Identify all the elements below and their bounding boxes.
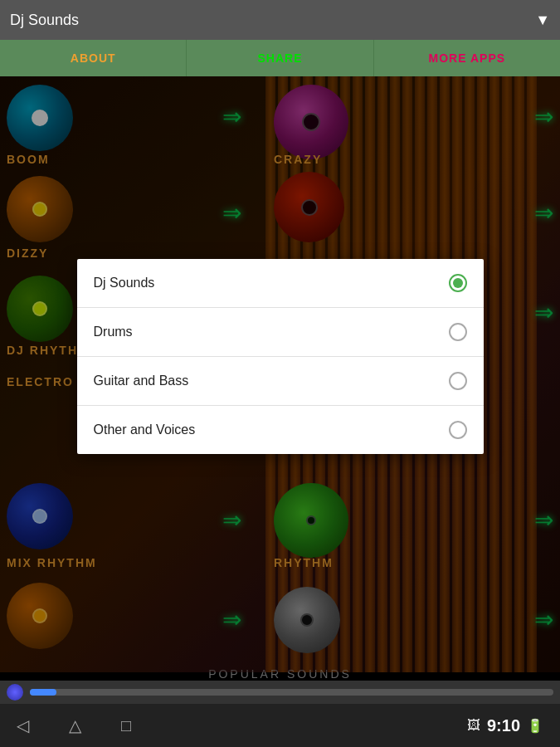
- progress-bar-fill: [30, 689, 56, 696]
- nav-share-label: Share: [257, 51, 302, 65]
- system-clock: 9:10: [487, 716, 520, 735]
- dropdown-item-dj-sounds[interactable]: Dj Sounds: [77, 259, 484, 308]
- radio-button[interactable]: [449, 372, 467, 390]
- dropdown-item-label: Dj Sounds: [94, 276, 155, 290]
- nav-about-label: About: [71, 51, 116, 65]
- home-button[interactable]: △: [69, 715, 81, 735]
- image-icon: 🖼: [467, 718, 480, 733]
- system-nav-bar: ◁ △ □ 🖼 9:10 🔋: [0, 704, 560, 747]
- dropdown-item-label: Guitar and Bass: [94, 374, 189, 388]
- radio-dot: [453, 278, 463, 288]
- nav-more-apps-label: More Apps: [429, 51, 506, 65]
- back-button[interactable]: ◁: [17, 715, 29, 735]
- nav-about[interactable]: About: [0, 40, 187, 76]
- dropdown-arrow-icon[interactable]: ▼: [535, 12, 550, 29]
- recents-button[interactable]: □: [121, 716, 131, 735]
- dropdown-overlay[interactable]: Dj SoundsDrumsGuitar and BassOther and V…: [0, 76, 560, 672]
- sound-picker-dropdown: Dj SoundsDrumsGuitar and BassOther and V…: [77, 259, 484, 454]
- nav-more-apps[interactable]: More Apps: [374, 40, 560, 76]
- dropdown-item-drums[interactable]: Drums: [77, 308, 484, 357]
- battery-icon: 🔋: [527, 718, 543, 734]
- system-status-area: 🖼 9:10 🔋: [467, 716, 543, 735]
- dropdown-item-other-voices[interactable]: Other and Voices: [77, 406, 484, 454]
- radio-button[interactable]: [449, 421, 467, 439]
- progress-bar[interactable]: [30, 689, 553, 696]
- nav-share[interactable]: Share: [187, 40, 373, 76]
- app-title: Dj Sounds: [10, 12, 535, 29]
- progress-area: [0, 681, 560, 704]
- nav-bar: About Share More Apps: [0, 40, 560, 76]
- dropdown-item-label: Other and Voices: [94, 422, 196, 437]
- top-bar: Dj Sounds ▼: [0, 0, 560, 40]
- dropdown-item-label: Drums: [94, 325, 133, 339]
- radio-button[interactable]: [449, 323, 467, 341]
- media-icon: [7, 684, 23, 701]
- dropdown-item-guitar-bass[interactable]: Guitar and Bass: [77, 357, 484, 406]
- radio-button[interactable]: [449, 274, 467, 292]
